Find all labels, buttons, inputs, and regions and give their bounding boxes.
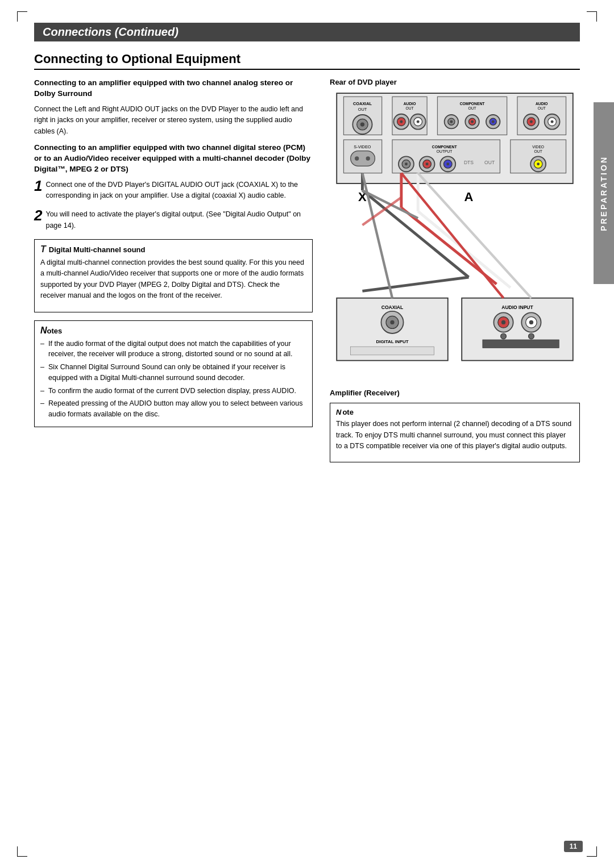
tip-body: A digital multi-channel connection provi… xyxy=(40,257,306,302)
note-item-4: Repeated pressing of the AUDIO button ma… xyxy=(40,398,306,420)
svg-text:VIDEO: VIDEO xyxy=(532,145,544,149)
right-column: Rear of DVD player COAXIAL OUT DIGI xyxy=(330,78,580,462)
step-2-block: 2 You will need to activate the player's… xyxy=(34,209,313,231)
svg-point-87 xyxy=(529,320,533,324)
note-icon: N xyxy=(336,408,341,416)
svg-text:OUT: OUT xyxy=(468,106,476,110)
svg-point-38 xyxy=(551,120,554,123)
svg-rect-88 xyxy=(483,340,559,348)
svg-text:AUDIO: AUDIO xyxy=(404,102,416,106)
svg-text:OUT: OUT xyxy=(358,107,367,112)
amplifier-label: Amplifier (Receiver) xyxy=(330,389,580,397)
svg-rect-41 xyxy=(351,151,375,166)
svg-rect-79 xyxy=(351,347,434,355)
subsection1-title: Connecting to an amplifier equipped with… xyxy=(34,78,313,99)
tip-title: T Digital Multi-channel sound xyxy=(40,244,306,254)
dvd-rear-label: Rear of DVD player xyxy=(330,78,580,86)
svg-point-43 xyxy=(366,156,370,160)
svg-point-42 xyxy=(355,156,359,160)
svg-point-49 xyxy=(405,162,408,165)
svg-text:DIGITAL INPUT: DIGITAL INPUT xyxy=(376,339,408,344)
subsection-digital: Connecting to an amplifier equipped with… xyxy=(34,143,313,231)
step-2-number: 2 xyxy=(34,208,42,223)
note-right-title: Note xyxy=(336,408,574,416)
tip-icon: T xyxy=(40,244,46,254)
section-header: Connections (Continued) xyxy=(34,23,580,41)
tip-title-text: Digital Multi-channel sound xyxy=(49,245,146,254)
svg-point-90 xyxy=(529,333,534,339)
note-item-1: If the audio format of the digital outpu… xyxy=(40,339,306,360)
dvd-rear-diagram: COAXIAL OUT DIGITAL OUT AUDIO OUT xyxy=(330,90,580,383)
svg-text:S-VIDEO: S-VIDEO xyxy=(354,144,371,149)
svg-point-89 xyxy=(501,333,507,339)
svg-line-67 xyxy=(362,190,468,277)
notes-list: If the audio format of the digital outpu… xyxy=(40,339,306,420)
notes-title: Notes xyxy=(40,326,306,336)
svg-text:OUT: OUT xyxy=(538,106,546,110)
svg-line-68 xyxy=(362,277,468,291)
svg-text:AUDIO INPUT: AUDIO INPUT xyxy=(501,304,533,310)
note-item-2: Six Channel Digital Surround Sound can o… xyxy=(40,362,306,383)
note-item-3: To confirm the audio format of the curre… xyxy=(40,386,306,397)
svg-text:OUT: OUT xyxy=(534,149,542,153)
svg-text:A: A xyxy=(464,190,473,204)
main-title: Connecting to Optional Equipment xyxy=(34,52,580,70)
step-1-block: 1 Connect one of the DVD Player's DIGITA… xyxy=(34,180,313,202)
svg-point-84 xyxy=(501,320,505,324)
subsection1-body: Connect the Left and Right AUDIO OUT jac… xyxy=(34,104,313,137)
svg-text:OUT: OUT xyxy=(405,106,413,110)
svg-point-35 xyxy=(530,120,533,123)
svg-point-55 xyxy=(446,162,449,165)
note-box-right: Note This player does not perform intern… xyxy=(330,403,580,462)
svg-text:OUT: OUT xyxy=(484,160,495,165)
note-right-body: This player does not perform internal (2… xyxy=(336,419,574,452)
svg-point-14 xyxy=(400,120,403,123)
notes-box: Notes If the audio format of the digital… xyxy=(34,320,313,427)
svg-text:COAXIAL: COAXIAL xyxy=(353,101,372,106)
svg-point-63 xyxy=(537,162,540,165)
svg-text:AUDIO: AUDIO xyxy=(536,102,548,106)
svg-point-23 xyxy=(450,120,453,123)
step-2-text: You will need to activate the player's d… xyxy=(45,209,313,231)
svg-point-52 xyxy=(426,162,429,165)
left-column: Connecting to an amplifier equipped with… xyxy=(34,78,313,462)
svg-text:DTS: DTS xyxy=(464,160,474,165)
svg-text:OUTPUT: OUTPUT xyxy=(437,149,453,153)
connection-diagram-svg: COAXIAL OUT DIGITAL OUT AUDIO OUT xyxy=(330,90,580,381)
step-1-number: 1 xyxy=(34,178,42,193)
svg-text:COMPONENT: COMPONENT xyxy=(460,102,486,106)
notes-icon: N xyxy=(40,326,47,335)
svg-point-77 xyxy=(390,320,394,324)
svg-text:COMPONENT: COMPONENT xyxy=(432,145,458,149)
subsection2-title: Connecting to an amplifier equipped with… xyxy=(34,143,313,175)
svg-point-17 xyxy=(417,120,420,123)
svg-point-29 xyxy=(492,120,495,123)
tip-box: T Digital Multi-channel sound A digital … xyxy=(34,239,313,312)
subsection-analog: Connecting to an amplifier equipped with… xyxy=(34,78,313,137)
svg-point-6 xyxy=(360,122,364,126)
svg-text:COAXIAL: COAXIAL xyxy=(381,304,403,310)
svg-point-26 xyxy=(471,120,474,123)
step-1-text: Connect one of the DVD Player's DIGITAL … xyxy=(45,180,313,202)
